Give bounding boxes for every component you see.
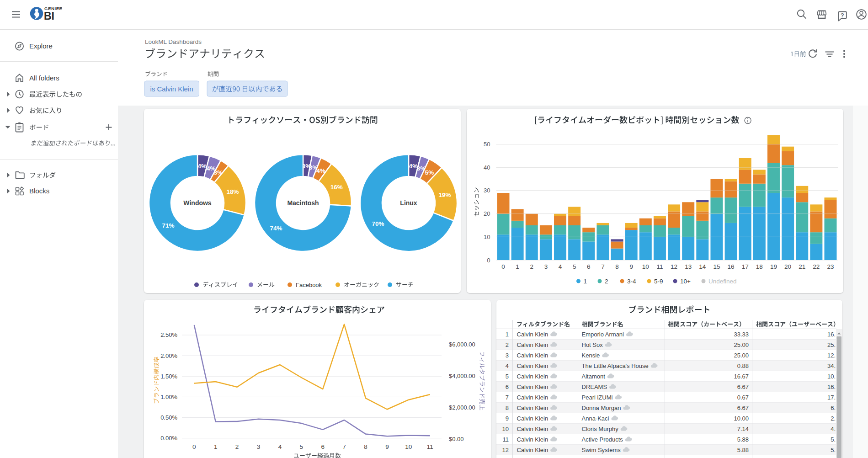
svg-text:Calvin Klein: Calvin Klein bbox=[517, 373, 548, 380]
svg-text:is Calvin Klein: is Calvin Klein bbox=[150, 85, 193, 93]
svg-text:Calvin Klein: Calvin Klein bbox=[517, 415, 548, 422]
svg-text:0.67: 0.67 bbox=[737, 394, 749, 401]
svg-text:Calvin Klein: Calvin Klein bbox=[517, 436, 548, 443]
svg-text:5: 5 bbox=[506, 373, 509, 380]
svg-text:Calvin Klein: Calvin Klein bbox=[517, 426, 548, 432]
svg-text:2: 2 bbox=[530, 263, 534, 270]
svg-text:34.: 34. bbox=[827, 362, 836, 369]
svg-text:Anna-Kaci: Anna-Kaci bbox=[582, 415, 609, 422]
svg-text:11: 11 bbox=[427, 443, 433, 450]
svg-text:10.: 10. bbox=[827, 373, 836, 380]
svg-text:25.00: 25.00 bbox=[734, 352, 749, 359]
svg-text:Kensie: Kensie bbox=[582, 352, 600, 359]
svg-text:16.: 16. bbox=[827, 331, 836, 338]
svg-text:6: 6 bbox=[506, 383, 509, 390]
svg-text:Cloris Murphy: Cloris Murphy bbox=[582, 426, 619, 432]
svg-text:17.: 17. bbox=[827, 394, 836, 401]
svg-text:10: 10 bbox=[405, 443, 412, 450]
svg-text:4%: 4% bbox=[197, 163, 207, 170]
svg-text:0.00%: 0.00% bbox=[160, 435, 177, 442]
svg-text:DREAMS: DREAMS bbox=[582, 383, 607, 390]
svg-text:70%: 70% bbox=[372, 220, 384, 227]
svg-text:Altamont: Altamont bbox=[582, 373, 606, 380]
svg-text:0: 0 bbox=[501, 263, 505, 270]
svg-text:10+: 10+ bbox=[680, 278, 691, 285]
svg-text:0: 0 bbox=[192, 443, 196, 450]
svg-text:10: 10 bbox=[502, 426, 509, 432]
svg-text:7: 7 bbox=[342, 443, 346, 450]
svg-text:Calvin Klein: Calvin Klein bbox=[517, 383, 548, 390]
svg-text:12.: 12. bbox=[827, 352, 836, 359]
svg-text:Blocks: Blocks bbox=[29, 187, 49, 195]
svg-text:22: 22 bbox=[813, 263, 820, 270]
svg-text:7: 7 bbox=[506, 394, 509, 401]
svg-text:$0.00: $0.00 bbox=[449, 436, 464, 442]
svg-text:19: 19 bbox=[770, 263, 777, 270]
svg-text:5.: 5. bbox=[831, 436, 836, 443]
svg-text:16%: 16% bbox=[330, 184, 343, 191]
svg-text:Linux: Linux bbox=[400, 199, 417, 207]
svg-text:8: 8 bbox=[615, 263, 619, 270]
svg-text:16.: 16. bbox=[827, 383, 836, 390]
svg-text:50: 50 bbox=[484, 141, 490, 148]
svg-text:4%: 4% bbox=[316, 167, 325, 174]
svg-text:8: 8 bbox=[506, 405, 509, 411]
svg-text:6.: 6. bbox=[831, 405, 836, 411]
svg-text:0.50%: 0.50% bbox=[160, 414, 177, 421]
svg-text:5-9: 5-9 bbox=[654, 278, 663, 285]
svg-text:9: 9 bbox=[506, 415, 509, 422]
svg-text:The Little Alpaca's House: The Little Alpaca's House bbox=[582, 362, 649, 369]
svg-text:0.88: 0.88 bbox=[737, 362, 749, 369]
svg-text:1: 1 bbox=[506, 331, 509, 338]
svg-text:10.00: 10.00 bbox=[734, 415, 749, 422]
svg-text:7: 7 bbox=[601, 263, 605, 270]
svg-text:33.33: 33.33 bbox=[734, 331, 749, 338]
svg-text:23: 23 bbox=[827, 263, 834, 270]
svg-text:2: 2 bbox=[235, 443, 239, 450]
svg-text:5: 5 bbox=[300, 443, 304, 450]
svg-text:3-4: 3-4 bbox=[627, 278, 636, 285]
svg-text:10: 10 bbox=[484, 234, 490, 240]
svg-text:6: 6 bbox=[587, 263, 591, 270]
svg-text:Calvin Klein: Calvin Klein bbox=[517, 362, 548, 369]
svg-text:Explore: Explore bbox=[29, 42, 53, 50]
svg-text:Calvin Klein: Calvin Klein bbox=[517, 352, 548, 359]
svg-text:5.88: 5.88 bbox=[737, 436, 749, 443]
svg-text:71%: 71% bbox=[162, 222, 174, 229]
svg-text:7.14: 7.14 bbox=[737, 426, 749, 432]
svg-text:9: 9 bbox=[385, 443, 389, 450]
svg-text:4: 4 bbox=[559, 263, 562, 270]
svg-text:5.: 5. bbox=[831, 447, 836, 453]
svg-text:5: 5 bbox=[573, 263, 576, 270]
svg-text:10: 10 bbox=[642, 263, 649, 270]
svg-text:12: 12 bbox=[671, 263, 677, 270]
svg-text:16: 16 bbox=[728, 263, 735, 270]
svg-text:5.88: 5.88 bbox=[737, 447, 749, 453]
svg-text:Active Products: Active Products bbox=[582, 436, 623, 443]
svg-text:6: 6 bbox=[321, 443, 325, 450]
svg-text:19%: 19% bbox=[439, 192, 451, 198]
svg-text:6.67: 6.67 bbox=[737, 405, 749, 411]
svg-text:BI: BI bbox=[44, 10, 54, 22]
svg-text:2.00%: 2.00% bbox=[160, 352, 177, 359]
svg-text:LookML Dashboards: LookML Dashboards bbox=[145, 38, 202, 45]
svg-text:14: 14 bbox=[699, 263, 706, 270]
svg-text:8: 8 bbox=[364, 443, 367, 450]
svg-text:18%: 18% bbox=[227, 188, 239, 195]
svg-text:9: 9 bbox=[629, 263, 633, 270]
svg-text:2.50%: 2.50% bbox=[160, 331, 177, 338]
svg-text:20: 20 bbox=[484, 210, 490, 217]
svg-text:Windows: Windows bbox=[183, 199, 212, 207]
svg-text:2.: 2. bbox=[831, 415, 836, 422]
svg-text:13: 13 bbox=[685, 263, 692, 270]
svg-text:12: 12 bbox=[502, 447, 509, 453]
svg-text:Macintosh: Macintosh bbox=[287, 199, 319, 207]
svg-text:20: 20 bbox=[784, 263, 791, 270]
svg-text:4.: 4. bbox=[831, 426, 836, 432]
svg-text:30: 30 bbox=[484, 187, 490, 194]
svg-text:3: 3 bbox=[506, 352, 509, 359]
svg-text:11: 11 bbox=[503, 436, 509, 443]
svg-text:25.00: 25.00 bbox=[734, 341, 749, 348]
svg-text:21: 21 bbox=[799, 263, 805, 270]
svg-text:40: 40 bbox=[484, 164, 490, 171]
